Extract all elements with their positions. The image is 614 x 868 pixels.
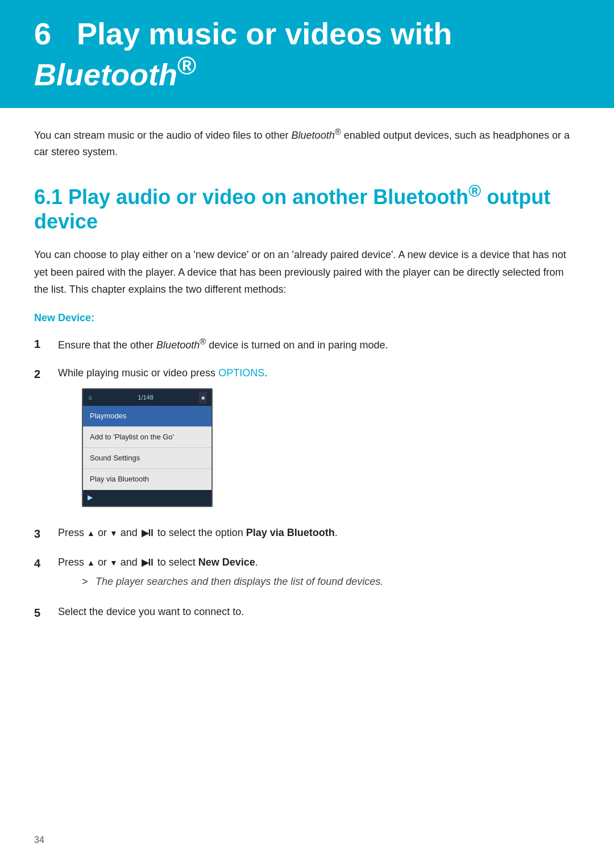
device-topbar-icon: ♫ xyxy=(88,392,92,403)
menu-item-bluetooth: Play via Bluetooth xyxy=(83,469,211,489)
new-device-label: New Device: xyxy=(34,312,580,324)
chapter-number: 6 xyxy=(34,16,51,51)
device-mockup: ♫ 1/148 ■ Playmodes Add to 'Playlist on … xyxy=(82,388,213,506)
device-topbar-track: 1/148 xyxy=(138,392,154,403)
chapter-title-text: Play music or videos with xyxy=(77,16,452,51)
triangle-down-4: ▼ xyxy=(110,558,118,567)
device-bottom: ▶ xyxy=(83,490,211,506)
triangle-up-4: ▲ xyxy=(87,558,95,567)
step-2-content: While playing music or video press OPTIO… xyxy=(58,364,580,514)
device-topbar: ♫ 1/148 ■ xyxy=(83,389,211,406)
menu-item-playlist: Add to 'Playlist on the Go' xyxy=(83,427,211,448)
chapter-header: 6 Play music or videos with Bluetooth® xyxy=(0,0,614,108)
chapter-superscript: ® xyxy=(177,51,196,80)
menu-item-playmodes: Playmodes xyxy=(83,406,211,427)
device-menu: Playmodes Add to 'Playlist on the Go' So… xyxy=(83,406,211,489)
step-2-number: 2 xyxy=(34,364,58,384)
step-3-content: Press ▲ or ▼ and ▶II to select the optio… xyxy=(58,524,580,542)
intro-superscript: ® xyxy=(335,127,341,136)
or-1: or xyxy=(95,527,110,538)
step-1-number: 1 xyxy=(34,334,58,354)
step-1-content: Ensure that the other Bluetooth® device … xyxy=(58,334,580,354)
chapter-title: 6 Play music or videos with Bluetooth® xyxy=(34,16,580,92)
page-wrapper: 6 Play music or videos with Bluetooth® Y… xyxy=(0,0,614,868)
triangle-up-3: ▲ xyxy=(87,529,95,538)
step-2: 2 While playing music or video press OPT… xyxy=(34,364,580,514)
step-4-bold: New Device xyxy=(198,556,255,568)
intro-paragraph: You can stream music or the audio of vid… xyxy=(34,125,580,160)
step-1: 1 Ensure that the other Bluetooth® devic… xyxy=(34,334,580,354)
play-pause-4: ▶II xyxy=(142,555,154,570)
device-bottom-icon: ▶ xyxy=(88,492,93,503)
sub-point: > The player searches and then displays … xyxy=(82,573,580,591)
intro-bluetooth: Bluetooth xyxy=(292,130,335,141)
step-4: 4 Press ▲ or ▼ and ▶II to select New Dev… xyxy=(34,554,580,593)
page-container: 6 Play music or videos with Bluetooth® Y… xyxy=(0,0,614,868)
step1-bluetooth: Bluetooth xyxy=(156,339,200,351)
step-4-content: Press ▲ or ▼ and ▶II to select New Devic… xyxy=(58,554,580,593)
step-3-bold: Play via Bluetooth xyxy=(246,527,335,538)
step-3: 3 Press ▲ or ▼ and ▶II to select the opt… xyxy=(34,524,580,543)
sub-point-arrow: > xyxy=(82,573,96,591)
play-pause-3: ▶II xyxy=(142,525,154,541)
device-topbar-battery: ■ xyxy=(199,392,207,404)
chapter-title-plain xyxy=(60,16,68,51)
step-5-content: Select the device you want to connect to… xyxy=(58,603,580,621)
sub-point-text: The player searches and then displays th… xyxy=(96,573,580,591)
step-5: 5 Select the device you want to connect … xyxy=(34,603,580,622)
triangle-down-3: ▼ xyxy=(110,529,118,538)
menu-item-sound: Sound Settings xyxy=(83,448,211,469)
step-5-number: 5 xyxy=(34,603,58,622)
steps-list: 1 Ensure that the other Bluetooth® devic… xyxy=(34,334,580,622)
chapter-bluetooth-italic: Bluetooth xyxy=(34,57,177,92)
page-number: 34 xyxy=(34,835,44,845)
body-paragraph: You can choose to play either on a 'new … xyxy=(34,246,580,298)
or-2: or xyxy=(95,556,110,568)
step-4-number: 4 xyxy=(34,554,58,573)
section-heading: 6.1 Play audio or video on another Bluet… xyxy=(34,181,580,234)
options-word: OPTIONS xyxy=(218,367,264,379)
step-3-number: 3 xyxy=(34,524,58,543)
